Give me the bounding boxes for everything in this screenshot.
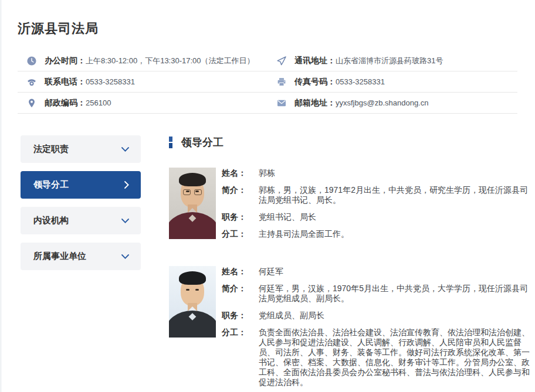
page: 沂源县司法局 办公时间： 上午8:30-12:00，下午13:30-17:00（… <box>0 0 535 387</box>
sidebar-nav: 法定职责 领导分工 内设机构 所属事业单位 <box>21 135 141 387</box>
sidebar-item-leadership[interactable]: 领导分工 <box>21 171 141 199</box>
chevron-right-icon <box>124 181 129 189</box>
contact-postal-code: 邮政编码： 256100 <box>18 93 268 113</box>
contact-value: 0533-3258331 <box>336 77 385 86</box>
section-title: 领导分工 <box>181 135 224 149</box>
leader-name: 何廷军 <box>259 267 535 277</box>
contact-label: 邮箱地址： <box>294 98 336 108</box>
field-duty: 分工： 主持县司法局全面工作。 <box>222 229 535 239</box>
field-duty: 分工： 负责全面依法治县、法治社会建设、法治宣传教育、依法治理和法治创建、人民参… <box>222 328 535 387</box>
field-position: 职务： 党组成员、副局长 <box>222 311 535 321</box>
contact-info-panel: 办公时间： 上午8:30-12:00，下午13:30-17:00（法定工作日） … <box>18 50 517 114</box>
contact-value: 山东省淄博市沂源县药玻路31号 <box>336 56 443 66</box>
field-name: 姓名： 郭栋 <box>222 168 535 178</box>
contact-mailing-address: 通讯地址： 山东省淄博市沂源县药玻路31号 <box>268 50 517 71</box>
page-title: 沂源县司法局 <box>18 21 535 36</box>
leader-photo <box>169 266 216 338</box>
sidebar-item-affiliated-units[interactable]: 所属事业单位 <box>21 243 141 270</box>
leader-profile: 姓名： 何廷军 简介： 何廷军，男，汉族，1970年5月出生，中共党员，大学学历… <box>169 266 535 387</box>
main-area: 法定职责 领导分工 内设机构 所属事业单位 <box>18 135 535 387</box>
field-intro: 简介： 郭栋，男，汉族，1971年2月出生，中共党员，研究生学历，现任沂源县司法… <box>222 185 535 205</box>
contact-row: 办公时间： 上午8:30-12:00，下午13:30-17:00（法定工作日） … <box>18 50 517 71</box>
field-name: 姓名： 何廷军 <box>222 267 535 277</box>
contact-phone: 联系电话： 0533-3258331 <box>18 71 268 92</box>
chevron-down-icon <box>121 147 129 152</box>
sidebar-item-label: 内设机构 <box>33 215 69 226</box>
contact-row: 邮政编码： 256100 邮箱地址： yyxsfjbgs@zb.shandong… <box>18 93 517 114</box>
contact-row: 联系电话： 0533-3258331 传真号码： 0533-3258331 <box>18 71 517 93</box>
contact-label: 办公时间： <box>45 56 86 66</box>
sidebar-item-internal-orgs[interactable]: 内设机构 <box>21 207 141 234</box>
leader-duty: 负责全面依法治县、法治社会建设、法治宣传教育、依法治理和法治创建、人民参与和促进… <box>259 328 535 387</box>
sidebar-item-legal-duties[interactable]: 法定职责 <box>21 135 141 163</box>
leader-duty: 主持县司法局全面工作。 <box>259 229 535 239</box>
leader-position: 党组成员、副局长 <box>259 311 535 321</box>
chevron-down-icon <box>121 219 129 223</box>
field-intro: 简介： 何廷军，男，汉族，1970年5月出生，中共党员，大学学历，现任沂源县司法… <box>222 284 535 304</box>
leader-fields: 姓名： 何廷军 简介： 何廷军，男，汉族，1970年5月出生，中共党员，大学学历… <box>222 266 535 387</box>
sidebar-item-label: 法定职责 <box>33 144 69 155</box>
location-pin-icon <box>27 98 36 108</box>
contact-label: 传真号码： <box>294 77 336 87</box>
contact-label: 邮政编码： <box>45 98 86 108</box>
clock-icon <box>27 56 36 66</box>
contact-label: 联系电话： <box>45 77 86 87</box>
chevron-down-icon <box>121 254 129 259</box>
fax-icon <box>277 77 286 87</box>
location-arrow-icon <box>277 56 286 66</box>
section-header: 领导分工 <box>169 135 535 149</box>
leader-fields: 姓名： 郭栋 简介： 郭栋，男，汉族，1971年2月出生，中共党员，研究生学历，… <box>222 168 535 239</box>
leader-photo <box>169 168 216 239</box>
leader-intro: 郭栋，男，汉族，1971年2月出生，中共党员，研究生学历，现任沂源县司法局党组书… <box>259 185 535 205</box>
field-position: 职务： 党组书记、局长 <box>222 212 535 222</box>
content-panel: 领导分工 姓名： 郭栋 简介： 郭栋，男，汉族，1971年2月出生，中共党员，研… <box>169 135 535 387</box>
sidebar-item-label: 所属事业单位 <box>33 251 86 262</box>
leader-name: 郭栋 <box>259 168 535 178</box>
leader-profile: 姓名： 郭栋 简介： 郭栋，男，汉族，1971年2月出生，中共党员，研究生学历，… <box>169 168 535 239</box>
leader-intro: 何廷军，男，汉族，1970年5月出生，中共党员，大学学历，现任沂源县司法局党组成… <box>259 284 535 304</box>
contact-value: 256100 <box>86 98 111 107</box>
leader-position: 党组书记、局长 <box>259 212 535 222</box>
phone-icon <box>27 77 36 87</box>
contact-label: 通讯地址： <box>294 56 336 66</box>
section-accent-bar-icon <box>169 137 172 148</box>
contact-fax: 传真号码： 0533-3258331 <box>268 71 517 92</box>
contact-value: 上午8:30-12:00，下午13:30-17:00（法定工作日） <box>86 56 255 66</box>
envelope-icon <box>277 98 286 108</box>
contact-value: 0533-3258331 <box>86 77 135 86</box>
contact-office-hours: 办公时间： 上午8:30-12:00，下午13:30-17:00（法定工作日） <box>18 50 268 71</box>
contact-value: yyxsfjbgs@zb.shandong.cn <box>336 98 428 107</box>
sidebar-item-label: 领导分工 <box>33 179 69 190</box>
contact-email: 邮箱地址： yyxsfjbgs@zb.shandong.cn <box>268 93 517 113</box>
